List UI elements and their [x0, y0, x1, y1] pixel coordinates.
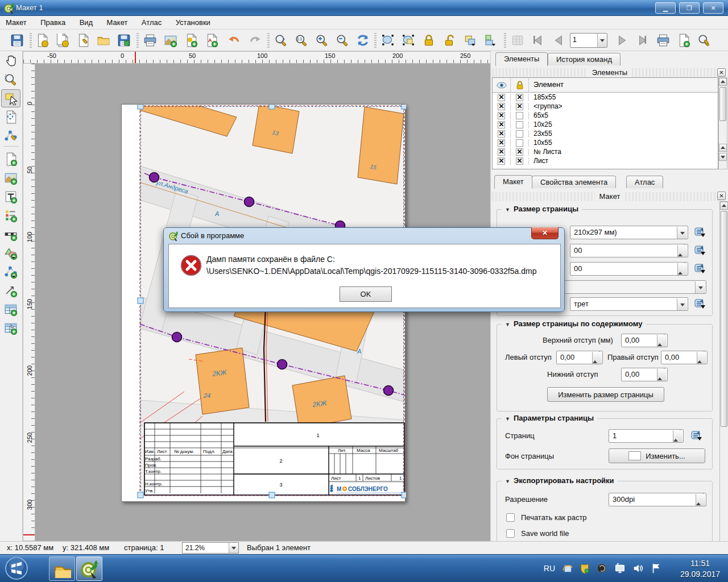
close-panel-button[interactable]: ✕	[717, 192, 726, 200]
action-center-flag-icon[interactable]	[651, 563, 662, 574]
ok-button[interactable]: OK	[340, 286, 392, 302]
table-row[interactable]: 10x25	[493, 120, 718, 129]
visibility-checkbox[interactable]	[498, 139, 505, 147]
taskbar-explorer-button[interactable]	[49, 556, 75, 581]
data-defined-override-button[interactable]	[693, 262, 708, 275]
tab-command-history[interactable]: История команд	[548, 53, 621, 65]
lock-checkbox[interactable]	[516, 157, 523, 165]
windows-update-tray-icon[interactable]	[562, 563, 573, 574]
page-width-spinbox[interactable]: 00	[570, 244, 688, 257]
close-panel-button[interactable]: ✕	[717, 68, 726, 77]
spin-buttons[interactable]	[697, 352, 706, 364]
data-defined-override-button[interactable]	[693, 226, 708, 238]
add-legend-button[interactable]	[1, 206, 20, 225]
add-image-button[interactable]	[1, 169, 20, 187]
scrollbar-thumb[interactable]	[719, 87, 726, 121]
table-row[interactable]: 65x5	[493, 111, 718, 120]
orientation-combobox[interactable]: трет	[570, 297, 688, 311]
zoom-level-combobox[interactable]: 21.2%	[182, 542, 239, 554]
add-map-button[interactable]	[1, 150, 20, 168]
chevron-down-icon[interactable]	[695, 281, 705, 294]
atlas-first-button[interactable]	[529, 32, 547, 49]
chevron-down-icon[interactable]	[229, 543, 238, 553]
redo-button[interactable]	[246, 32, 264, 49]
data-defined-override-button[interactable]	[693, 244, 708, 256]
atlas-settings-button[interactable]	[695, 32, 713, 49]
zoom-in-button[interactable]	[313, 32, 331, 49]
chevron-down-icon[interactable]	[597, 34, 607, 47]
language-indicator[interactable]: RU	[544, 564, 555, 573]
export-pdf-button[interactable]: A	[202, 32, 221, 49]
menu-layout[interactable]: Макет	[0, 16, 32, 29]
restore-button[interactable]: ❐	[679, 2, 700, 14]
unlock-items-button[interactable]	[440, 32, 458, 49]
chevron-down-icon[interactable]	[677, 227, 687, 239]
tab-item-properties[interactable]: Свойства элемента	[532, 176, 616, 188]
minimize-button[interactable]: ▁	[655, 2, 676, 14]
atlas-page-combobox[interactable]: 1	[570, 33, 607, 48]
atlas-preview-button[interactable]	[508, 32, 527, 49]
save-project-button[interactable]	[8, 32, 26, 49]
security-shield-tray-icon[interactable]	[579, 563, 590, 574]
lock-checkbox[interactable]	[516, 148, 523, 156]
close-button[interactable]: ✕	[703, 2, 723, 14]
zoom-out-button[interactable]	[333, 32, 351, 49]
table-row[interactable]: 185x55	[493, 93, 718, 102]
data-defined-override-button[interactable]	[689, 429, 704, 442]
load-template-button[interactable]	[94, 32, 113, 49]
bottom-margin-spinbox[interactable]: 0,00	[621, 368, 668, 381]
add-attribute-table-button[interactable]	[1, 300, 20, 318]
atlas-export-button[interactable]	[675, 32, 693, 49]
add-nodes-shape-button[interactable]	[1, 263, 20, 281]
clock[interactable]: 11:51 29.09.2017	[680, 558, 720, 580]
dialog-close-button[interactable]: ✕	[531, 227, 559, 239]
zoom-full-button[interactable]	[272, 32, 290, 49]
scroll-up-button[interactable]	[720, 202, 728, 210]
atlas-previous-button[interactable]	[549, 32, 568, 49]
align-items-button[interactable]	[481, 32, 499, 49]
lock-checkbox[interactable]	[516, 112, 523, 119]
scroll-up-button[interactable]	[719, 144, 727, 152]
spin-buttons[interactable]	[696, 494, 705, 506]
resize-page-button[interactable]: Изменить размер страницы	[547, 387, 664, 402]
lock-checkbox[interactable]	[516, 130, 523, 138]
elements-scrollbar[interactable]	[718, 77, 727, 169]
refresh-view-button[interactable]	[354, 32, 372, 49]
select-move-item-button[interactable]	[379, 32, 397, 49]
menu-atlas[interactable]: Атлас	[136, 16, 167, 29]
menu-layout2[interactable]: Макет	[101, 16, 134, 29]
lock-items-button[interactable]	[420, 32, 438, 49]
page-height-spinbox[interactable]: 00	[570, 262, 688, 276]
start-button[interactable]	[5, 556, 28, 580]
spin-buttons[interactable]	[592, 352, 602, 364]
visibility-checkbox[interactable]	[498, 148, 505, 156]
table-row[interactable]: 10x55	[493, 138, 718, 147]
table-row[interactable]: <группа>	[493, 102, 718, 111]
zoom-tool-button[interactable]	[1, 70, 20, 89]
add-scalebar-button[interactable]	[1, 225, 20, 243]
table-row[interactable]: 23x55	[493, 129, 718, 138]
pan-tool-button[interactable]	[1, 52, 20, 70]
lock-checkbox[interactable]	[516, 139, 523, 147]
top-margin-spinbox[interactable]: 0,00	[621, 334, 668, 347]
edit-nodes-tool-button[interactable]	[1, 127, 20, 145]
save-world-file-checkbox[interactable]	[506, 529, 515, 538]
right-margin-spinbox[interactable]: 0,00	[661, 351, 708, 364]
add-label-button[interactable]	[1, 188, 20, 206]
layout-panel-scrollbar[interactable]	[719, 201, 728, 582]
composer-manager-button[interactable]	[74, 32, 92, 49]
spin-buttons[interactable]	[657, 335, 667, 347]
spin-buttons[interactable]	[657, 369, 667, 381]
atlas-print-button[interactable]	[654, 32, 672, 49]
table-row[interactable]: № Листа	[493, 147, 718, 156]
change-background-button[interactable]: Изменить...	[609, 448, 705, 463]
network-tray-icon[interactable]	[614, 563, 626, 574]
duplicate-composition-button[interactable]	[53, 32, 72, 49]
atlas-last-button[interactable]	[634, 32, 652, 49]
menu-view[interactable]: Вид	[74, 16, 99, 29]
menu-edit[interactable]: Правка	[35, 16, 71, 29]
app-tray-icon[interactable]	[596, 563, 607, 574]
move-item-content-button[interactable]	[399, 32, 417, 49]
select-move-item-tool-button[interactable]	[1, 89, 20, 107]
resolution-spinbox[interactable]: 300dpi	[609, 493, 706, 506]
